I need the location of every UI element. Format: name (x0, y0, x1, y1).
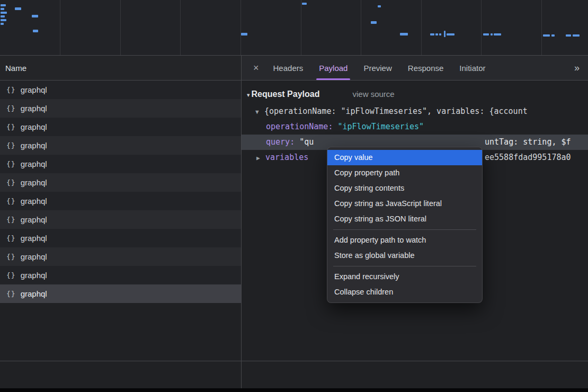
tab-strip: HeadersPayloadPreviewResponseInitiator (265, 56, 494, 80)
timeline-request-bar[interactable] (573, 34, 580, 37)
menu-item-copy-string-contents[interactable]: Copy string contents (327, 181, 482, 196)
name-column-label: Name (5, 64, 26, 73)
request-name: graphql (21, 85, 47, 94)
tree-row-root[interactable]: ▼{operationName: "ipFlowTimeseries", var… (242, 104, 588, 119)
request-name: graphql (21, 141, 47, 150)
section-collapse-triangle-icon[interactable]: ▾ (247, 92, 250, 99)
property-key: query: (266, 137, 299, 147)
menu-item-add-property-path-to-watch[interactable]: Add property path to watch (327, 233, 482, 248)
request-row[interactable]: {}graphql (0, 81, 241, 99)
request-row[interactable]: {}graphql (0, 284, 241, 303)
property-key: variables (265, 153, 308, 162)
request-row[interactable]: {}graphql (0, 266, 241, 284)
json-braces-icon: {} (6, 197, 16, 205)
menu-item-copy-string-as-json-literal[interactable]: Copy string as JSON literal (327, 211, 482, 227)
tab-headers[interactable]: Headers (265, 56, 311, 80)
request-name: graphql (21, 104, 47, 113)
timeline-request-bar[interactable] (32, 15, 38, 17)
timeline-gridline (481, 0, 482, 55)
request-name: graphql (21, 234, 47, 243)
timeline-request-bar[interactable] (566, 34, 571, 37)
json-braces-icon: {} (6, 104, 16, 112)
timeline-gridline (541, 0, 542, 55)
timeline-gridline (301, 0, 301, 55)
menu-item-copy-property-path[interactable]: Copy property path (327, 165, 482, 181)
timeline-overview[interactable] (0, 0, 588, 56)
json-braces-icon: {} (6, 141, 16, 149)
menu-item-collapse-children[interactable]: Collapse children (327, 284, 482, 300)
timeline-request-bar[interactable] (241, 33, 247, 35)
timeline-request-bar[interactable] (1, 12, 7, 14)
property-key: operationName: (266, 122, 337, 131)
timeline-gridline (120, 0, 121, 55)
panel-split-divider[interactable] (241, 361, 242, 388)
request-row[interactable]: {}graphql (0, 155, 241, 173)
root-preview-text: {operationName: "ipFlowTimeseries", vari… (264, 106, 528, 116)
timeline-request-bar[interactable] (543, 34, 550, 37)
timeline-request-bar[interactable] (1, 4, 6, 6)
request-table: Name {}graphql{}graphql{}graphql{}graphq… (0, 56, 242, 361)
tree-row-operation-name[interactable]: operationName: "ipFlowTimeseries" (242, 119, 588, 135)
expand-triangle-icon[interactable]: ▼ (255, 104, 264, 119)
property-value-continued: ee5588fdad995178a0 (485, 150, 571, 165)
menu-divider (333, 266, 476, 266)
tab-preview[interactable]: Preview (355, 56, 399, 80)
timeline-request-bar[interactable] (1, 19, 6, 21)
timeline-request-bar[interactable] (483, 33, 489, 35)
timeline-request-bar[interactable] (378, 5, 381, 7)
footer-divider (0, 361, 588, 361)
menu-item-expand-recursively[interactable]: Expand recursively (327, 269, 482, 284)
timeline-request-bar[interactable] (15, 7, 21, 10)
property-value-start: "qu (299, 137, 314, 147)
more-tabs-icon[interactable]: » (574, 63, 580, 74)
request-row[interactable]: {}graphql (0, 229, 241, 247)
timeline-request-bar[interactable] (1, 23, 4, 25)
expand-triangle-icon[interactable]: ▶ (256, 150, 265, 165)
timeline-request-bar[interactable] (1, 15, 5, 17)
tab-initiator[interactable]: Initiator (451, 56, 493, 80)
timeline-request-bar[interactable] (447, 33, 455, 35)
request-row[interactable]: {}graphql (0, 136, 241, 155)
menu-item-copy-value[interactable]: Copy value (327, 150, 482, 165)
json-braces-icon: {} (6, 253, 16, 261)
close-icon[interactable]: × (247, 63, 265, 74)
view-source-link[interactable]: view source (352, 90, 394, 99)
json-braces-icon: {} (6, 160, 16, 168)
request-payload-section: ▾ Request Payload view source (242, 81, 588, 99)
timeline-request-bar[interactable] (33, 30, 38, 32)
timeline-request-bar[interactable] (491, 33, 493, 35)
menu-item-copy-string-as-javascript-literal[interactable]: Copy string as JavaScript literal (327, 196, 482, 211)
name-column-header[interactable]: Name (0, 56, 241, 81)
timeline-request-bar[interactable] (400, 33, 408, 35)
timeline-request-bar[interactable] (371, 21, 377, 24)
request-name: graphql (21, 289, 47, 298)
request-row[interactable]: {}graphql (0, 210, 241, 229)
timeline-request-bar[interactable] (494, 33, 501, 35)
timeline-request-bar[interactable] (435, 33, 438, 35)
request-name: graphql (21, 159, 47, 168)
timeline-request-bar[interactable] (444, 31, 446, 37)
request-row[interactable]: {}graphql (0, 118, 241, 136)
window-bottom-edge (0, 388, 588, 392)
request-name: graphql (21, 178, 47, 187)
timeline-request-bar[interactable] (1, 8, 4, 10)
json-braces-icon: {} (6, 86, 16, 94)
section-title: Request Payload (252, 90, 320, 99)
request-row[interactable]: {}graphql (0, 247, 241, 266)
menu-item-store-as-global-variable[interactable]: Store as global variable (327, 248, 482, 263)
context-menu: Copy valueCopy property pathCopy string … (327, 147, 483, 303)
tab-payload[interactable]: Payload (311, 56, 355, 80)
timeline-request-bar[interactable] (551, 34, 555, 37)
timeline-request-bar[interactable] (302, 3, 307, 5)
tab-response[interactable]: Response (400, 56, 452, 80)
request-row[interactable]: {}graphql (0, 99, 241, 118)
json-braces-icon: {} (6, 271, 16, 279)
timeline-request-bar[interactable] (439, 33, 441, 35)
request-name: graphql (21, 215, 47, 224)
timeline-request-bar[interactable] (430, 33, 434, 35)
request-row[interactable]: {}graphql (0, 173, 241, 192)
json-braces-icon: {} (6, 179, 16, 186)
request-row[interactable]: {}graphql (0, 192, 241, 210)
timeline-gridline (421, 0, 422, 55)
request-name: graphql (21, 197, 47, 206)
